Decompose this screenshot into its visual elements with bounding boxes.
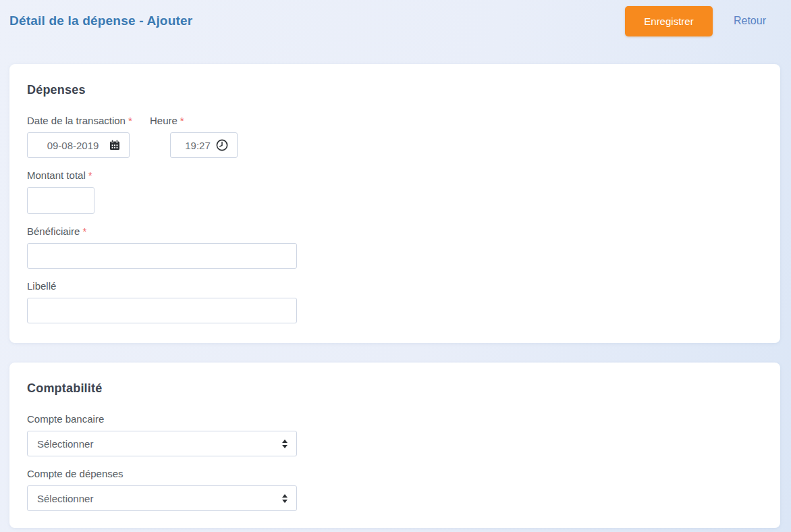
date-input[interactable] — [36, 140, 109, 151]
expense-account-selected-value: Sélectionner — [37, 493, 93, 504]
required-marker: * — [128, 115, 132, 126]
clock-icon[interactable] — [216, 139, 228, 151]
expenses-card: Dépenses Date de la transaction* — [9, 64, 780, 343]
required-marker: * — [82, 225, 86, 237]
accounting-card: Comptabilité Compte bancaire Sélectionne… — [9, 363, 780, 528]
expenses-card-title: Dépenses — [27, 83, 763, 97]
amount-label: Montant total* — [27, 169, 763, 181]
date-time-row: Date de la transaction* — [27, 115, 763, 158]
bank-account-selected-value: Sélectionner — [37, 438, 93, 450]
bank-account-select[interactable]: Sélectionner — [27, 431, 297, 456]
time-field-group: Heure* — [150, 115, 238, 158]
topbar: Détail de la dépense - Ajouter Enregistr… — [0, 0, 791, 35]
back-link[interactable]: Retour — [734, 15, 766, 27]
description-label: Libellé — [27, 280, 763, 292]
save-button[interactable]: Enregistrer — [625, 6, 713, 36]
description-input[interactable] — [27, 298, 297, 323]
beneficiary-input[interactable] — [27, 243, 297, 269]
date-label: Date de la transaction* — [27, 115, 150, 126]
time-input-wrapper — [170, 132, 238, 158]
required-marker: * — [180, 115, 184, 126]
beneficiary-field-group: Bénéficiaire* — [27, 225, 763, 269]
calendar-icon[interactable] — [109, 140, 120, 151]
updown-caret-icon — [282, 494, 288, 503]
updown-caret-icon — [282, 440, 288, 448]
amount-field-group: Montant total* — [27, 169, 763, 214]
expense-account-field-group: Compte de dépenses Sélectionner — [27, 468, 763, 511]
time-input[interactable] — [180, 140, 216, 151]
date-field-group: Date de la transaction* — [27, 115, 150, 158]
date-input-wrapper — [27, 132, 130, 158]
description-field-group: Libellé — [27, 280, 763, 323]
header-actions: Enregistrer Retour — [625, 6, 766, 36]
accounting-card-title: Comptabilité — [27, 381, 763, 396]
bank-account-field-group: Compte bancaire Sélectionner — [27, 413, 763, 456]
expense-account-select[interactable]: Sélectionner — [27, 485, 297, 511]
time-label: Heure* — [150, 115, 238, 126]
bank-account-label: Compte bancaire — [27, 413, 763, 425]
amount-input[interactable] — [27, 187, 94, 214]
expense-account-label: Compte de dépenses — [27, 468, 763, 479]
beneficiary-label: Bénéficiaire* — [27, 225, 763, 237]
page-title: Détail de la dépense - Ajouter — [9, 14, 192, 28]
required-marker: * — [88, 169, 92, 181]
